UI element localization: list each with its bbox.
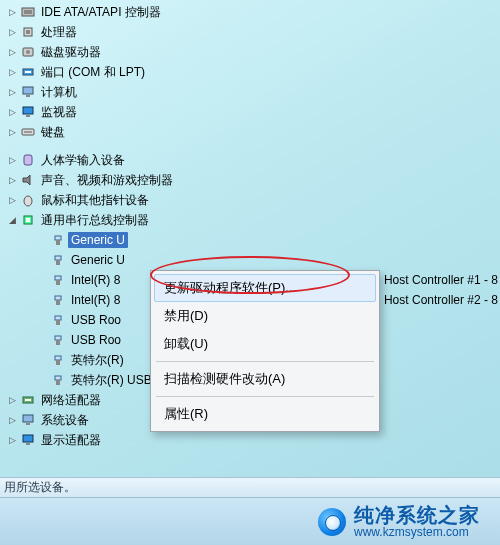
expander-icon[interactable]: ▷: [6, 434, 18, 446]
svg-rect-9: [26, 95, 30, 97]
tree-node-usb-device[interactable]: ▷ Generic U: [2, 230, 498, 250]
expander-icon[interactable]: ▷: [6, 174, 18, 186]
menu-separator: [156, 396, 374, 397]
tree-label: 声音、视频和游戏控制器: [38, 171, 176, 190]
tree-label-tail: Host Controller #2 - 8: [381, 292, 498, 308]
status-bar: 用所选设备。: [0, 477, 500, 497]
context-menu[interactable]: 更新驱动程序软件(P)... 禁用(D) 卸载(U) 扫描检测硬件改动(A) 属…: [150, 270, 380, 432]
tree-label: 端口 (COM 和 LPT): [38, 63, 148, 82]
tree-label: 处理器: [38, 23, 80, 42]
computer-icon: [20, 84, 36, 100]
svg-rect-32: [56, 360, 60, 365]
tree-node-hid[interactable]: ▷ 人体学输入设备: [2, 150, 498, 170]
usb-icon: [50, 272, 66, 288]
svg-marker-15: [23, 175, 30, 185]
cpu-icon: [20, 24, 36, 40]
svg-rect-27: [55, 316, 61, 320]
tree-label: 磁盘驱动器: [38, 43, 104, 62]
svg-rect-31: [55, 356, 61, 360]
system-icon: [20, 412, 36, 428]
svg-point-5: [26, 50, 30, 54]
svg-rect-36: [25, 399, 31, 401]
menu-properties[interactable]: 属性(R): [154, 400, 376, 428]
svg-rect-3: [26, 30, 30, 34]
usb-icon: [50, 252, 66, 268]
hid-icon: [20, 152, 36, 168]
tree-label: Intel(R) 8: [68, 272, 123, 288]
svg-rect-19: [55, 236, 61, 240]
tree-node-sound[interactable]: ▷ 声音、视频和游戏控制器: [2, 170, 498, 190]
tree-label: 计算机: [38, 83, 80, 102]
tree-node-computer[interactable]: ▷ 计算机: [2, 82, 498, 102]
expander-icon[interactable]: ▷: [6, 106, 18, 118]
expander-icon[interactable]: ▷: [6, 86, 18, 98]
monitor-icon: [20, 104, 36, 120]
tree-node-usb-controllers[interactable]: ◢ 通用串行总线控制器: [2, 210, 498, 230]
tree-label: 键盘: [38, 123, 68, 142]
expander-icon[interactable]: ▷: [6, 394, 18, 406]
tree-label: Generic U: [68, 252, 128, 268]
usb-icon: [50, 292, 66, 308]
tree-node-display[interactable]: ▷ 显示适配器: [2, 430, 498, 450]
tree-label: 英特尔(R): [68, 351, 127, 370]
watermark-logo-icon: [318, 508, 346, 536]
expander-icon[interactable]: ▷: [6, 46, 18, 58]
usb-icon: [50, 232, 66, 248]
svg-rect-1: [24, 10, 32, 14]
tree-label: USB Roo: [68, 332, 124, 348]
svg-rect-20: [56, 240, 60, 245]
tree-node-monitor[interactable]: ▷ 监视器: [2, 102, 498, 122]
expander-icon[interactable]: ▷: [6, 6, 18, 18]
expander-icon[interactable]: ▷: [6, 154, 18, 166]
tree-node-usb-device[interactable]: ▷ Generic U: [2, 250, 498, 270]
expander-icon[interactable]: ▷: [6, 414, 18, 426]
svg-rect-14: [24, 155, 32, 165]
disk-icon: [20, 44, 36, 60]
svg-rect-23: [55, 276, 61, 280]
menu-uninstall[interactable]: 卸载(U): [154, 330, 376, 358]
tree-node-keyboard[interactable]: ▷ 键盘: [2, 122, 498, 142]
tree-label: IDE ATA/ATAPI 控制器: [38, 3, 164, 22]
tree-node-mouse[interactable]: ▷ 鼠标和其他指针设备: [2, 190, 498, 210]
status-text: 用所选设备。: [4, 479, 76, 496]
svg-rect-8: [23, 87, 33, 94]
watermark-footer: 纯净系统之家 www.kzmsystem.com: [0, 497, 500, 545]
tree-label: 监视器: [38, 103, 80, 122]
tree-label: USB Roo: [68, 312, 124, 328]
tree-label-selected: Generic U: [68, 232, 128, 248]
expander-icon[interactable]: ▷: [6, 66, 18, 78]
tree-label: 显示适配器: [38, 431, 104, 450]
menu-disable[interactable]: 禁用(D): [154, 302, 376, 330]
svg-rect-28: [56, 320, 60, 325]
tree-node-disk[interactable]: ▷ 磁盘驱动器: [2, 42, 498, 62]
mouse-icon: [20, 192, 36, 208]
tree-label: 通用串行总线控制器: [38, 211, 152, 230]
svg-rect-10: [23, 107, 33, 114]
expander-icon[interactable]: ▷: [6, 126, 18, 138]
svg-rect-39: [23, 435, 33, 442]
tree-spacer: [2, 142, 498, 150]
tree-node-cpu[interactable]: ▷ 处理器: [2, 22, 498, 42]
display-icon: [20, 432, 36, 448]
svg-rect-11: [26, 115, 30, 117]
tree-label: 鼠标和其他指针设备: [38, 191, 152, 210]
tree-label-tail: Host Controller #1 - 8: [381, 272, 498, 288]
usb-icon: [50, 332, 66, 348]
usb-icon: [50, 352, 66, 368]
usb-controller-icon: [20, 212, 36, 228]
tree-label: Intel(R) 8: [68, 292, 123, 308]
menu-separator: [156, 361, 374, 362]
expander-icon-open[interactable]: ◢: [6, 214, 18, 226]
watermark-brand: 纯净系统之家: [354, 504, 480, 526]
svg-rect-37: [23, 415, 33, 422]
tree-label: 系统设备: [38, 411, 92, 430]
menu-scan-hardware[interactable]: 扫描检测硬件改动(A): [154, 365, 376, 393]
svg-rect-34: [56, 380, 60, 385]
tree-node-ide[interactable]: ▷ IDE ATA/ATAPI 控制器: [2, 2, 498, 22]
keyboard-icon: [20, 124, 36, 140]
menu-update-driver[interactable]: 更新驱动程序软件(P)...: [154, 274, 376, 302]
expander-icon[interactable]: ▷: [6, 26, 18, 38]
svg-rect-13: [24, 131, 32, 133]
tree-node-ports[interactable]: ▷ 端口 (COM 和 LPT): [2, 62, 498, 82]
expander-icon[interactable]: ▷: [6, 194, 18, 206]
